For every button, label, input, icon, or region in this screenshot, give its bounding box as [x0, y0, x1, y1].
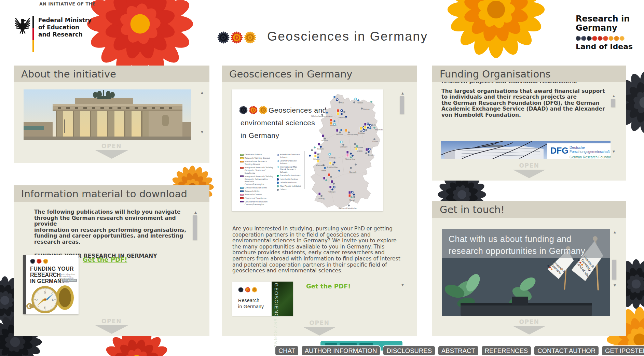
open-label: OPEN: [222, 319, 417, 326]
funding-body-text: The largest organisations that award fin…: [441, 88, 612, 118]
svg-text:Bayreuth: Bayreuth: [350, 171, 356, 173]
ministry-logo-text: Federal Ministry of Education and Resear…: [38, 17, 92, 38]
research-in-germany-logo: Research in Germany Land of Ideas: [576, 14, 633, 51]
scroll-up-icon[interactable]: ▲: [193, 210, 198, 215]
svg-text:Frankfurt/Main: Frankfurt/Main: [327, 166, 338, 168]
brand-name: Research in Germany: [576, 14, 633, 33]
svg-text:E: E: [52, 298, 54, 301]
svg-text:Münster: Münster: [321, 140, 328, 142]
footer-button-author-information[interactable]: AUTHOR INFORMATION: [301, 345, 381, 356]
svg-text:Braunschweig: Braunschweig: [347, 133, 358, 136]
book-title-line1: FUNDING YOUR: [30, 266, 74, 272]
info-pdf-link[interactable]: Get the PDF!: [83, 256, 127, 263]
svg-text:Dresden: Dresden: [368, 154, 374, 156]
svg-text:Kiel: Kiel: [341, 102, 344, 104]
scroll-thumb[interactable]: [193, 215, 197, 240]
panel-geosciences: Geosciences in Germany Geosciences and e…: [222, 66, 417, 336]
panel-info-title: Information material to download: [14, 185, 209, 202]
scroll-down-icon[interactable]: ▼: [611, 149, 616, 154]
funding-scrollbar[interactable]: ▲: [611, 94, 616, 134]
brandenburg-gate-image: [24, 89, 191, 140]
touch-scrollbar[interactable]: ▲ ▼: [612, 230, 617, 315]
footer-button-disclosures[interactable]: DISCLOSURES: [383, 345, 436, 356]
scroll-up-icon[interactable]: ▲: [400, 91, 405, 96]
footer-button-abstract[interactable]: ABSTRACT: [438, 345, 479, 356]
svg-text:Bremen: Bremen: [330, 125, 337, 127]
svg-text:Bremerhaven: Bremerhaven: [322, 115, 332, 117]
svg-text:Hannover: Hannover: [336, 133, 343, 136]
funding-scroll-down[interactable]: ▼: [611, 149, 616, 155]
funding-open-button[interactable]: OPEN: [432, 162, 626, 178]
scroll-down-icon[interactable]: ▼: [400, 283, 405, 287]
scroll-down-icon[interactable]: ▼: [612, 283, 617, 288]
scroll-up-icon[interactable]: ▲: [612, 230, 617, 234]
scroll-thumb[interactable]: [612, 260, 616, 280]
panel-about-header: About the initiative: [14, 66, 209, 82]
thumb-spine-text1: GEOSCIENC: [274, 283, 291, 318]
legend-item: Collaborative Research Centres/Transregi…: [240, 201, 274, 206]
svg-text:Müncheberg: Müncheberg: [375, 129, 383, 131]
svg-text:German Research Foundation: German Research Foundation: [570, 155, 611, 159]
scroll-thumb[interactable]: [400, 96, 404, 114]
panel-info-header: Information material to download: [14, 185, 209, 202]
svg-text:Mainz: Mainz: [321, 170, 326, 172]
panel-about-title: About the initiative: [14, 66, 209, 83]
chat-caption: Chat with us about funding and research …: [442, 229, 610, 257]
panel-touch-title: Get in touch!: [432, 201, 626, 218]
chat-photo: Research inGermany Research inGermany La…: [442, 229, 610, 316]
touch-open-button[interactable]: OPEN: [432, 318, 626, 334]
svg-text:Tübingen: Tübingen: [328, 191, 335, 193]
page: AN INITIATIVE OF THE Federal Ministry of…: [0, 0, 644, 356]
panel-touch-header: Get in touch!: [432, 201, 626, 218]
footer-button-references[interactable]: REFERENCES: [481, 345, 532, 356]
scroll-up-icon[interactable]: ▲: [611, 94, 616, 98]
page-title: Geosciences in Germany: [267, 29, 428, 44]
open-arrow-icon: [513, 326, 546, 334]
legend-item: Research Centres: [240, 194, 274, 196]
panel-get-in-touch: Get in touch!: [432, 201, 626, 336]
about-scrollbar[interactable]: ▲ ▼: [200, 90, 205, 140]
germany-map-image: KielRostockWilhelmshavenBremerhavenHambu…: [304, 92, 383, 210]
legend-item: Clusters of Excellence: [240, 197, 274, 200]
about-open-button[interactable]: OPEN: [14, 143, 209, 159]
svg-text:Wiesbaden: Wiesbaden: [316, 164, 325, 166]
svg-text:Freiburg: Freiburg: [318, 198, 325, 200]
legend-item: Leibniz Institutes: [277, 182, 302, 184]
scroll-down-icon[interactable]: ▼: [200, 130, 205, 134]
dfg-image: DFG Deutsche Forschungsgemeinschaft Germ…: [441, 141, 611, 159]
footer-button-get-iposter[interactable]: GET IPOSTER: [601, 345, 644, 356]
panel-info-material: Information material to download The fol…: [14, 185, 209, 336]
svg-text:Halle/Saale: Halle/Saale: [354, 146, 363, 148]
svg-text:Forschungsgemeinschaft: Forschungsgemeinschaft: [570, 149, 609, 154]
open-label: OPEN: [432, 162, 626, 169]
geo-scrollbar[interactable]: ▲ ▼: [400, 91, 405, 312]
funding-brochure-cover: FUNDING YOUR RESEARCH IN GERMANY Grants,…: [23, 255, 79, 314]
yellow-chrysanthemum-top-right-image: [447, 0, 546, 59]
svg-text:Jena: Jena: [352, 158, 355, 160]
footer-button-chat[interactable]: CHAT: [275, 345, 299, 356]
geo-body-text: Are you interested in studying, pursuing…: [232, 226, 403, 274]
svg-text:Rostock: Rostock: [357, 102, 364, 104]
svg-text:Munich: Munich: [350, 199, 355, 201]
open-label: OPEN: [14, 318, 209, 325]
open-label: OPEN: [432, 318, 626, 325]
book-title-line2: RESEARCH: [30, 272, 61, 278]
info-open-button[interactable]: OPEN: [14, 318, 209, 334]
brand-flower-dots-icon: [576, 36, 633, 41]
geo-open-button[interactable]: OPEN: [222, 319, 417, 336]
federal-eagle-icon: [15, 16, 30, 34]
legend-item: Graduate Schools: [240, 154, 274, 156]
svg-text:Göttingen: Göttingen: [340, 146, 347, 148]
panel-funding-header: Funding Organisations: [432, 66, 626, 82]
scroll-thumb[interactable]: [611, 99, 615, 107]
svg-text:Deutsche: Deutsche: [570, 145, 585, 149]
info-scrollbar[interactable]: ▲: [193, 210, 198, 278]
scroll-up-icon[interactable]: ▲: [200, 90, 205, 95]
panel-about-initiative: About the initiative: [14, 66, 209, 163]
open-arrow-icon: [95, 325, 128, 334]
thumb-brand-text: Research in Germany: [238, 297, 264, 310]
footer-button-contact-author[interactable]: CONTACT AUTHOR: [534, 345, 599, 356]
brand-tagline: Land of Ideas: [576, 42, 633, 51]
geo-pdf-link[interactable]: Get the PDF!: [306, 283, 351, 290]
svg-text:Güstrow: Güstrow: [363, 108, 370, 110]
